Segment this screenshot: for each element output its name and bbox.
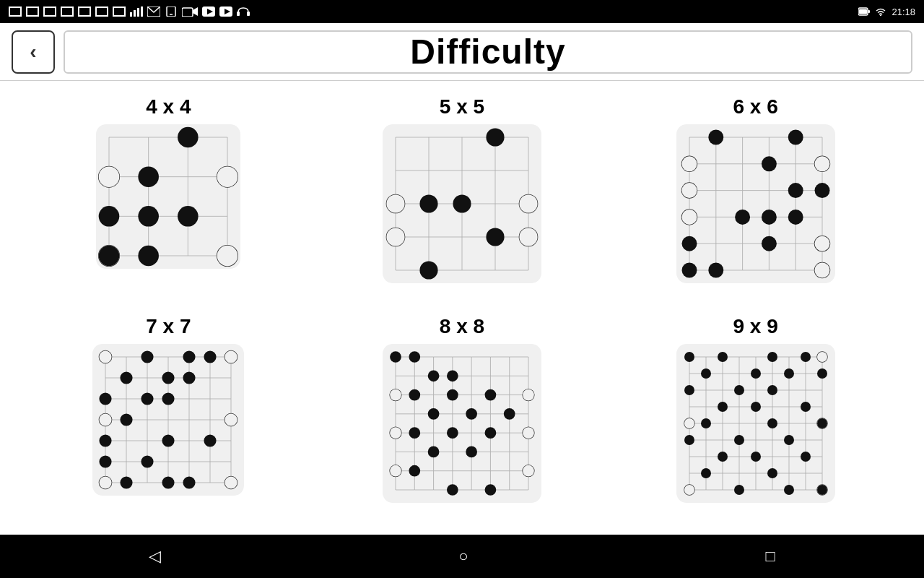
grid-canvas-7	[92, 344, 244, 496]
difficulty-option-6[interactable]: 6 x 6	[616, 95, 895, 301]
grid-label-6: 6 x 6	[733, 95, 778, 118]
camera-icon	[182, 7, 198, 17]
difficulty-option-4[interactable]: 4 x 4	[29, 95, 308, 301]
svg-marker-8	[193, 7, 198, 16]
svg-rect-5	[167, 7, 175, 17]
status-icon	[61, 7, 74, 17]
difficulty-grid: 4 x 45 x 56 x 67 x 78 x 89 x 9	[0, 81, 924, 535]
difficulty-option-5[interactable]: 5 x 5	[323, 95, 602, 301]
svg-point-18	[880, 15, 881, 17]
grid-canvas-9	[676, 344, 835, 503]
status-icon	[9, 7, 22, 17]
status-icon	[95, 7, 108, 17]
status-icon	[43, 7, 56, 17]
recent-nav-button[interactable]: □	[751, 541, 790, 571]
grid-canvas-5	[383, 124, 541, 283]
grid-label-9: 9 x 9	[733, 315, 778, 338]
svg-rect-17	[859, 9, 867, 14]
svg-rect-13	[237, 12, 240, 16]
home-nav-button[interactable]: ○	[444, 541, 482, 571]
phone-icon	[165, 7, 178, 17]
svg-rect-7	[182, 8, 193, 17]
grid-label-5: 5 x 5	[440, 95, 484, 118]
envelope-icon	[147, 7, 160, 17]
svg-rect-3	[141, 7, 143, 17]
grid-canvas-4	[96, 124, 240, 269]
grid-label-4: 4 x 4	[146, 95, 191, 118]
youtube-icon	[202, 7, 215, 17]
svg-rect-16	[868, 10, 871, 13]
youtube-icon2	[219, 7, 232, 17]
status-icon	[78, 7, 91, 17]
app-header: ‹ Difficulty	[0, 23, 924, 81]
difficulty-option-7[interactable]: 7 x 7	[29, 315, 308, 520]
time-display: 21:18	[892, 7, 915, 17]
status-icon	[113, 7, 126, 17]
grid-label-7: 7 x 7	[146, 315, 191, 338]
back-button[interactable]: ‹	[12, 30, 55, 74]
svg-rect-2	[137, 8, 139, 17]
status-icons	[9, 7, 250, 17]
battery-icon	[858, 7, 870, 16]
bar-chart-icon	[130, 7, 143, 17]
status-bar: 21:18	[0, 0, 924, 23]
grid-canvas-8	[383, 344, 541, 503]
grid-label-8: 8 x 8	[440, 315, 484, 338]
difficulty-option-9[interactable]: 9 x 9	[616, 315, 895, 520]
status-right: 21:18	[858, 7, 915, 17]
page-title: Difficulty	[410, 32, 565, 72]
grid-canvas-6	[676, 124, 835, 283]
wifi-icon	[876, 7, 886, 16]
back-nav-button[interactable]: ◁	[134, 541, 175, 571]
title-box: Difficulty	[64, 30, 912, 74]
svg-rect-0	[130, 12, 132, 17]
svg-rect-1	[134, 10, 136, 17]
svg-rect-14	[247, 12, 250, 16]
nav-bar: ◁ ○ □	[0, 535, 924, 578]
status-icon	[26, 7, 39, 17]
headphone-icon	[237, 7, 250, 17]
difficulty-option-8[interactable]: 8 x 8	[323, 315, 602, 520]
